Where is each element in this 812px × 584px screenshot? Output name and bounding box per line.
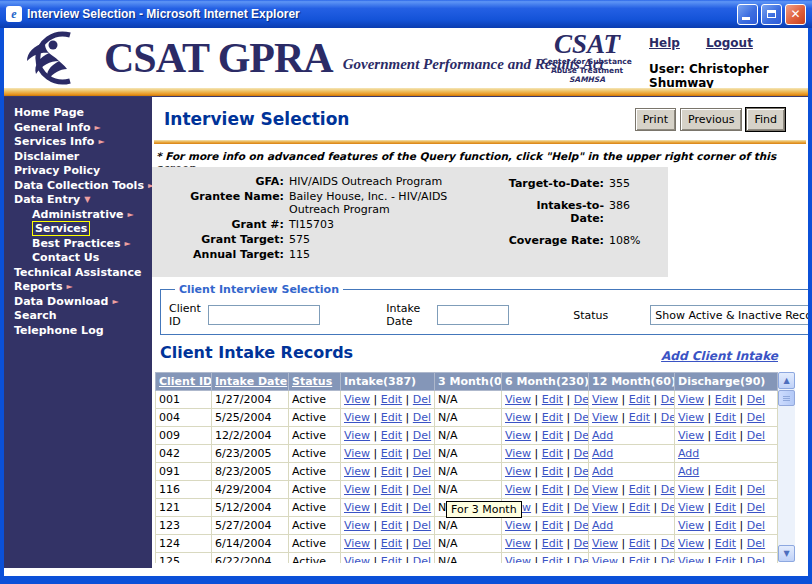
client-id-input[interactable] — [208, 305, 320, 325]
edit-link[interactable]: Edit — [629, 411, 650, 424]
edit-link[interactable]: Edit — [381, 555, 402, 563]
add-link[interactable]: Add — [592, 465, 613, 478]
view-link[interactable]: View — [505, 429, 531, 442]
del-link[interactable]: Del — [661, 555, 675, 563]
del-link[interactable]: Del — [413, 429, 431, 442]
del-link[interactable]: Del — [747, 537, 765, 550]
add-link[interactable]: Add — [592, 429, 613, 442]
sidebar-item-best-practices[interactable]: Best Practices► — [4, 237, 152, 252]
sidebar-item-services[interactable]: Services — [4, 222, 152, 237]
del-link[interactable]: Del — [413, 447, 431, 460]
del-link[interactable]: Del — [661, 501, 675, 514]
view-link[interactable]: View — [344, 393, 370, 406]
sidebar-item-data-download[interactable]: Data Download► — [4, 295, 152, 310]
view-link[interactable]: View — [592, 501, 618, 514]
edit-link[interactable]: Edit — [381, 411, 402, 424]
del-link[interactable]: Del — [413, 393, 431, 406]
add-link[interactable]: Add — [678, 447, 699, 460]
view-link[interactable]: View — [592, 555, 618, 563]
del-link[interactable]: Del — [661, 483, 675, 496]
column-header-status[interactable]: Status — [289, 373, 341, 391]
del-link[interactable]: Del — [413, 519, 431, 532]
view-link[interactable]: View — [344, 411, 370, 424]
edit-link[interactable]: Edit — [715, 393, 736, 406]
logout-link[interactable]: Logout — [706, 36, 753, 50]
del-link[interactable]: Del — [661, 537, 675, 550]
del-link[interactable]: Del — [574, 429, 589, 442]
del-link[interactable]: Del — [747, 429, 765, 442]
view-link[interactable]: View — [344, 519, 370, 532]
view-link[interactable]: View — [592, 393, 618, 406]
edit-link[interactable]: Edit — [381, 537, 402, 550]
sidebar-item-disclaimer[interactable]: Disclaimer — [4, 150, 152, 165]
edit-link[interactable]: Edit — [381, 393, 402, 406]
sidebar-item-search[interactable]: Search — [4, 309, 152, 324]
edit-link[interactable]: Edit — [715, 555, 736, 563]
del-link[interactable]: Del — [574, 465, 589, 478]
scroll-down-button[interactable]: ▼ — [778, 545, 795, 562]
del-link[interactable]: Del — [661, 411, 675, 424]
del-link[interactable]: Del — [574, 537, 589, 550]
sidebar-item-telephone-log[interactable]: Telephone Log — [4, 324, 152, 339]
edit-link[interactable]: Edit — [542, 447, 563, 460]
del-link[interactable]: Del — [574, 555, 589, 563]
view-link[interactable]: View — [344, 483, 370, 496]
view-link[interactable]: View — [505, 537, 531, 550]
view-link[interactable]: View — [592, 483, 618, 496]
view-link[interactable]: View — [344, 465, 370, 478]
view-link[interactable]: View — [678, 393, 704, 406]
view-link[interactable]: View — [505, 465, 531, 478]
view-link[interactable]: View — [505, 483, 531, 496]
status-select[interactable]: Show Active & Inactive Records ▼ — [650, 305, 808, 325]
edit-link[interactable]: Edit — [381, 447, 402, 460]
sidebar-item-services-info[interactable]: Services Info► — [4, 135, 152, 150]
view-link[interactable]: View — [678, 429, 704, 442]
sidebar-item-home-page[interactable]: Home Page — [4, 106, 152, 121]
view-link[interactable]: View — [678, 555, 704, 563]
del-link[interactable]: Del — [747, 411, 765, 424]
edit-link[interactable]: Edit — [629, 537, 650, 550]
maximize-button[interactable] — [761, 4, 782, 25]
view-link[interactable]: View — [592, 537, 618, 550]
sidebar-item-technical-assistance[interactable]: Technical Assistance — [4, 266, 152, 281]
view-link[interactable]: View — [505, 393, 531, 406]
add-link[interactable]: Add — [592, 519, 613, 532]
edit-link[interactable]: Edit — [381, 465, 402, 478]
view-link[interactable]: View — [678, 519, 704, 532]
del-link[interactable]: Del — [413, 483, 431, 496]
scroll-up-button[interactable]: ▲ — [778, 372, 795, 389]
edit-link[interactable]: Edit — [629, 483, 650, 496]
del-link[interactable]: Del — [574, 447, 589, 460]
view-link[interactable]: View — [678, 501, 704, 514]
edit-link[interactable]: Edit — [715, 537, 736, 550]
edit-link[interactable]: Edit — [542, 483, 563, 496]
sidebar-item-data-entry[interactable]: Data Entry▼ — [4, 193, 152, 208]
edit-link[interactable]: Edit — [629, 393, 650, 406]
del-link[interactable]: Del — [574, 411, 589, 424]
edit-link[interactable]: Edit — [381, 501, 402, 514]
add-link[interactable]: Add — [678, 465, 699, 478]
del-link[interactable]: Del — [413, 555, 431, 563]
del-link[interactable]: Del — [574, 519, 589, 532]
sidebar-item-general-info[interactable]: General Info► — [4, 121, 152, 136]
help-link[interactable]: Help — [649, 36, 680, 50]
edit-link[interactable]: Edit — [715, 501, 736, 514]
edit-link[interactable]: Edit — [542, 501, 563, 514]
edit-link[interactable]: Edit — [542, 465, 563, 478]
add-link[interactable]: Add — [592, 447, 613, 460]
edit-link[interactable]: Edit — [542, 537, 563, 550]
view-link[interactable]: View — [505, 519, 531, 532]
edit-link[interactable]: Edit — [629, 501, 650, 514]
view-link[interactable]: View — [344, 537, 370, 550]
edit-link[interactable]: Edit — [381, 429, 402, 442]
view-link[interactable]: View — [344, 501, 370, 514]
table-scrollbar[interactable]: ▲ ▼ — [778, 372, 795, 562]
view-link[interactable]: View — [678, 411, 704, 424]
sidebar-item-privacy-policy[interactable]: Privacy Policy — [4, 164, 152, 179]
view-link[interactable]: View — [505, 555, 531, 563]
del-link[interactable]: Del — [413, 537, 431, 550]
del-link[interactable]: Del — [574, 483, 589, 496]
edit-link[interactable]: Edit — [542, 555, 563, 563]
del-link[interactable]: Del — [747, 483, 765, 496]
print-button[interactable]: Print — [635, 108, 676, 131]
